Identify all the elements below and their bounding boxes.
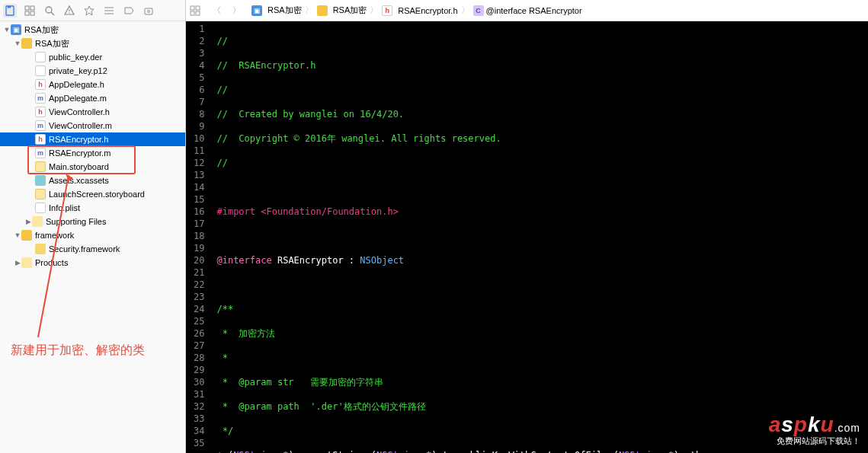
breadcrumb-folder[interactable]: RSA加密	[314, 5, 370, 16]
chevron-icon: 〉	[370, 4, 379, 17]
tree-label: Assets.xcassets	[49, 176, 109, 185]
tree-group[interactable]: ▼RSA加密	[0, 37, 185, 50]
annotation-text: 新建用于加密、解密的类	[11, 343, 145, 359]
svg-rect-2	[30, 6, 34, 10]
plist-icon	[35, 203, 46, 213]
tree-file[interactable]: hAppDelegate.h	[0, 78, 185, 91]
back-button[interactable]: 〈	[207, 5, 226, 16]
project-icon: ▣	[11, 24, 21, 35]
tree-file[interactable]: Security.framework	[0, 242, 185, 256]
crumb-label: RSA加密	[267, 5, 302, 16]
tree-label: LaunchScreen.storyboard	[49, 190, 145, 199]
folder-icon	[32, 216, 43, 227]
breakpoint-navigator-icon[interactable]	[122, 4, 136, 18]
breadcrumb-file[interactable]: hRSAEncryptor.h	[379, 5, 460, 16]
editor-area: 〈 〉 ▣RSA加密 〉 RSA加密 〉 hRSAEncryptor.h 〉 C…	[186, 0, 868, 453]
file-icon	[35, 52, 46, 62]
tree-label: Main.storyboard	[49, 162, 109, 171]
folder-icon	[21, 257, 32, 268]
tree-label: Security.framework	[49, 244, 120, 254]
tree-label: Products	[35, 258, 68, 267]
framework-icon	[35, 244, 46, 254]
impl-icon: m	[35, 93, 46, 104]
test-navigator-icon[interactable]	[82, 4, 96, 18]
tree-group[interactable]: ▼framework	[0, 228, 185, 242]
storyboard-icon	[35, 161, 46, 172]
svg-rect-17	[191, 11, 194, 15]
tree-label: private_key.p12	[49, 66, 107, 75]
tree-file[interactable]: hViewController.h	[0, 105, 185, 119]
tree-label: ViewController.h	[49, 107, 110, 116]
tree-label: ViewController.m	[49, 121, 112, 130]
tree-label: Supporting Files	[46, 217, 107, 226]
tree-label: RSAEncryptor.m	[49, 148, 111, 158]
svg-rect-18	[196, 11, 200, 15]
tree-label: RSAEncryptor.h	[49, 135, 108, 144]
svg-point-8	[69, 12, 69, 13]
assets-icon	[35, 175, 46, 186]
tree-label: RSA加密	[35, 38, 69, 49]
folder-icon	[317, 5, 328, 16]
storyboard-icon	[35, 189, 46, 199]
tree-file[interactable]: mAppDelegate.m	[0, 91, 185, 105]
report-navigator-icon[interactable]	[142, 4, 155, 18]
crumb-label: RSA加密	[333, 5, 367, 16]
tree-root[interactable]: ▼▣RSA加密	[0, 23, 185, 37]
jump-bar[interactable]: 〈 〉 ▣RSA加密 〉 RSA加密 〉 hRSAEncryptor.h 〉 C…	[186, 0, 868, 21]
tree-label: AppDelegate.h	[49, 80, 104, 89]
chevron-icon: 〉	[305, 4, 314, 17]
svg-rect-4	[30, 11, 34, 15]
impl-icon: m	[35, 120, 46, 131]
svg-rect-16	[196, 6, 200, 10]
svg-rect-1	[25, 6, 29, 10]
code-editor[interactable]: 1234567891011121314151617181920212223242…	[186, 21, 868, 453]
crumb-label: RSAEncryptor.h	[398, 6, 457, 15]
svg-rect-3	[25, 11, 29, 15]
symbol-navigator-icon[interactable]	[23, 4, 37, 18]
tree-label: public_key.der	[49, 53, 102, 62]
tree-group[interactable]: ▶Products	[0, 256, 185, 270]
tree-file[interactable]: Main.storyboard	[0, 160, 185, 174]
breadcrumb-project[interactable]: ▣RSA加密	[248, 5, 305, 16]
header-icon: h	[35, 134, 46, 145]
tree-label: AppDelegate.m	[49, 94, 107, 103]
tree-label: framework	[35, 231, 74, 240]
project-tree[interactable]: ▼▣RSA加密 ▼RSA加密 public_key.der private_ke…	[0, 21, 185, 453]
file-icon	[35, 65, 46, 76]
header-icon: h	[35, 79, 46, 90]
tree-file-selected[interactable]: hRSAEncryptor.h	[0, 132, 185, 146]
project-icon: ▣	[251, 5, 262, 16]
navigator: ▼▣RSA加密 ▼RSA加密 public_key.der private_ke…	[0, 0, 186, 453]
folder-icon	[21, 38, 32, 49]
tree-file[interactable]: Assets.xcassets	[0, 174, 185, 187]
header-icon: h	[35, 107, 46, 117]
crumb-label: @interface RSAEncryptor	[486, 6, 582, 15]
class-icon: C	[473, 5, 484, 16]
folder-icon	[21, 230, 32, 241]
header-icon: h	[382, 5, 392, 16]
find-navigator-icon[interactable]	[43, 4, 56, 18]
chevron-icon: 〉	[461, 4, 470, 17]
forward-button[interactable]: 〉	[227, 5, 245, 16]
nav-buttons: 〈 〉	[204, 5, 248, 16]
tree-file[interactable]: LaunchScreen.storyboard	[0, 187, 185, 201]
svg-rect-15	[191, 6, 194, 10]
tree-file[interactable]: public_key.der	[0, 50, 185, 64]
related-items-icon[interactable]	[186, 5, 204, 16]
project-navigator-icon[interactable]	[3, 4, 17, 18]
debug-navigator-icon[interactable]	[102, 4, 116, 18]
svg-line-6	[51, 12, 54, 15]
breadcrumb-symbol[interactable]: C@interface RSAEncryptor	[470, 5, 585, 16]
tree-file[interactable]: mRSAEncryptor.m	[0, 146, 185, 160]
impl-icon: m	[35, 148, 46, 158]
tree-group[interactable]: ▶Supporting Files	[0, 215, 185, 228]
navigator-toolbar	[0, 0, 185, 21]
tree-label: Info.plist	[49, 203, 80, 212]
issue-navigator-icon[interactable]	[62, 4, 76, 18]
tree-file[interactable]: mViewController.m	[0, 119, 185, 132]
tree-file[interactable]: Info.plist	[0, 201, 185, 215]
svg-point-5	[46, 7, 52, 13]
tree-label: RSA加密	[24, 24, 59, 36]
tree-file[interactable]: private_key.p12	[0, 64, 185, 78]
code-content[interactable]: // // RSAEncryptor.h // // Created by wa…	[210, 21, 868, 453]
